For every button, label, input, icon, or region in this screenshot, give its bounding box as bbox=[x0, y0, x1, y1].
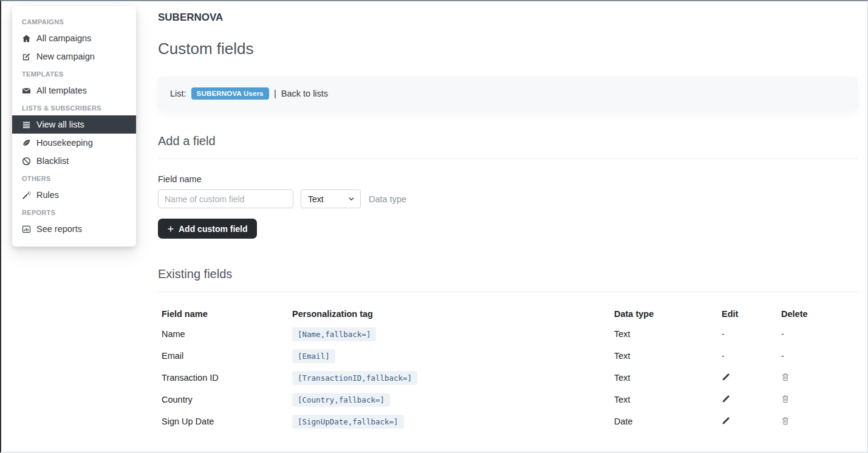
data-type-label: Data type bbox=[369, 194, 406, 204]
existing-fields-section: Existing fields Field name Personalizati… bbox=[158, 267, 858, 432]
trash-icon bbox=[781, 417, 790, 425]
main-content: SUBERNOVA Custom fields List: SUBERNOVA … bbox=[158, 1, 858, 432]
column-header-delete: Delete bbox=[781, 309, 858, 319]
sidebar-section-lists-subscribers: LISTS & SUBSCRIBERS bbox=[12, 100, 136, 115]
pencil-icon bbox=[722, 417, 730, 425]
column-header-edit: Edit bbox=[722, 309, 781, 319]
brand-title: SUBERNOVA bbox=[158, 12, 858, 24]
field-name-cell: Email bbox=[162, 351, 292, 361]
table-header-row: Field name Personalization tag Data type… bbox=[158, 305, 858, 323]
pencil-icon bbox=[722, 395, 730, 403]
ban-icon bbox=[22, 157, 31, 166]
edit-button[interactable] bbox=[722, 395, 730, 403]
back-to-lists-link[interactable]: Back to lists bbox=[281, 89, 328, 98]
column-header-field-name: Field name bbox=[162, 309, 292, 319]
sidebar-section-campaigns: CAMPAIGNS bbox=[12, 13, 136, 29]
add-custom-field-button[interactable]: Add custom field bbox=[158, 219, 257, 239]
table-row: Name [Name,fallback=] Text - - bbox=[158, 323, 858, 345]
delete-placeholder: - bbox=[781, 329, 858, 339]
data-type-selected-value: Text bbox=[308, 194, 324, 204]
divider bbox=[158, 291, 858, 292]
column-header-personalization-tag: Personalization tag bbox=[292, 309, 614, 319]
plus-icon bbox=[167, 225, 174, 233]
existing-fields-heading: Existing fields bbox=[158, 267, 858, 281]
pencil-icon bbox=[722, 373, 730, 381]
divider bbox=[158, 158, 858, 159]
table-row: Transaction ID [TransactionID,fallback=]… bbox=[158, 367, 858, 389]
field-name-cell: Country bbox=[162, 395, 292, 404]
field-name-cell: Name bbox=[162, 329, 292, 339]
chart-icon bbox=[22, 225, 31, 234]
list-bar: List: SUBERNOVA Users | Back to lists bbox=[158, 77, 858, 110]
edit-button[interactable] bbox=[722, 417, 730, 425]
trash-icon bbox=[781, 373, 790, 381]
home-icon bbox=[22, 34, 31, 43]
edit-icon bbox=[22, 52, 31, 61]
sidebar-item-rules[interactable]: Rules bbox=[12, 186, 136, 204]
delete-button[interactable] bbox=[781, 417, 790, 425]
add-field-section: Add a field Field name Text Data type Ad… bbox=[158, 134, 858, 239]
sidebar-section-reports: REPORTS bbox=[12, 204, 136, 220]
edit-placeholder: - bbox=[722, 329, 781, 339]
page-title: Custom fields bbox=[158, 39, 858, 58]
chevron-down-icon bbox=[348, 196, 355, 202]
envelope-icon bbox=[22, 86, 31, 95]
sidebar-section-templates: TEMPLATES bbox=[12, 66, 136, 81]
sidebar-item-label: Blacklist bbox=[36, 156, 69, 166]
field-name-label: Field name bbox=[158, 174, 858, 184]
table-row: Sign Up Date [SignUpDate,fallback=] Date bbox=[158, 410, 858, 432]
sidebar: CAMPAIGNS All campaigns New campaign TEM… bbox=[12, 6, 136, 247]
column-header-data-type: Data type bbox=[614, 309, 722, 319]
sidebar-item-label: All templates bbox=[36, 86, 87, 95]
sidebar-item-label: All campaigns bbox=[36, 33, 91, 43]
sidebar-section-others: OTHERS bbox=[12, 170, 136, 186]
add-field-form-row: Text Data type bbox=[158, 189, 858, 208]
delete-button[interactable] bbox=[781, 373, 790, 381]
list-name-badge[interactable]: SUBERNOVA Users bbox=[191, 87, 269, 100]
personalization-tag: [SignUpDate,fallback=] bbox=[292, 415, 404, 429]
table-row: Email [Email] Text - - bbox=[158, 345, 858, 367]
trash-icon bbox=[781, 395, 790, 403]
personalization-tag: [Email] bbox=[292, 349, 335, 363]
sidebar-item-label: Rules bbox=[36, 190, 59, 200]
data-type-cell: Date bbox=[614, 417, 722, 426]
sidebar-item-new-campaign[interactable]: New campaign bbox=[12, 47, 136, 66]
wand-icon bbox=[22, 191, 31, 200]
personalization-tag: [Name,fallback=] bbox=[292, 327, 376, 341]
table-row: Country [Country,fallback=] Text bbox=[158, 389, 858, 410]
data-type-cell: Text bbox=[614, 373, 722, 383]
leaf-icon bbox=[22, 138, 31, 148]
sidebar-item-label: See reports bbox=[36, 224, 82, 234]
field-name-input[interactable] bbox=[158, 189, 293, 208]
field-name-cell: Sign Up Date bbox=[162, 417, 292, 426]
delete-button[interactable] bbox=[781, 395, 790, 403]
list-icon bbox=[22, 120, 31, 129]
sidebar-item-see-reports[interactable]: See reports bbox=[12, 220, 136, 238]
sidebar-item-housekeeping[interactable]: Housekeeping bbox=[12, 134, 136, 152]
data-type-select[interactable]: Text bbox=[301, 189, 361, 208]
add-custom-field-button-label: Add custom field bbox=[179, 224, 248, 234]
personalization-tag: [Country,fallback=] bbox=[292, 393, 390, 407]
sidebar-item-label: Housekeeping bbox=[36, 138, 93, 148]
add-field-heading: Add a field bbox=[158, 134, 858, 148]
sidebar-item-blacklist[interactable]: Blacklist bbox=[12, 152, 136, 170]
delete-placeholder: - bbox=[781, 351, 858, 361]
data-type-cell: Text bbox=[614, 351, 722, 361]
custom-fields-table: Field name Personalization tag Data type… bbox=[158, 305, 858, 432]
list-label: List: bbox=[170, 89, 186, 98]
edit-placeholder: - bbox=[722, 351, 781, 361]
data-type-cell: Text bbox=[614, 395, 722, 404]
sidebar-item-label: View all lists bbox=[36, 120, 84, 129]
personalization-tag: [TransactionID,fallback=] bbox=[292, 371, 417, 385]
sidebar-item-label: New campaign bbox=[36, 52, 95, 61]
app-window: CAMPAIGNS All campaigns New campaign TEM… bbox=[0, 0, 868, 453]
edit-button[interactable] bbox=[722, 373, 730, 381]
separator: | bbox=[274, 89, 276, 98]
data-type-cell: Text bbox=[614, 329, 722, 339]
sidebar-item-all-templates[interactable]: All templates bbox=[12, 81, 136, 100]
sidebar-item-all-campaigns[interactable]: All campaigns bbox=[12, 29, 136, 47]
field-name-cell: Transaction ID bbox=[162, 373, 292, 383]
sidebar-item-view-all-lists[interactable]: View all lists bbox=[12, 115, 136, 134]
